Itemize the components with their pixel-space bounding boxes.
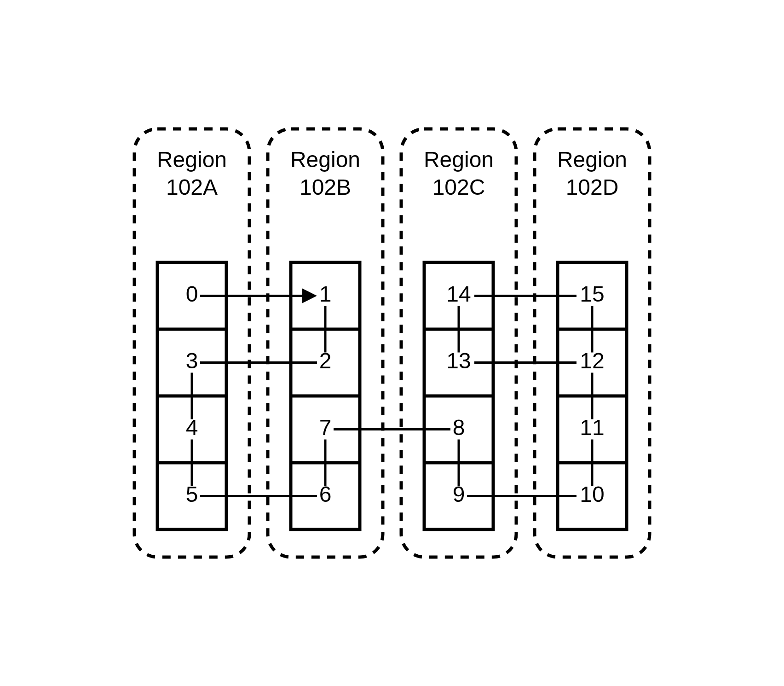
- cell-value-14: 14: [446, 282, 471, 306]
- region-title-2: Region: [424, 147, 494, 172]
- region-title-3: Region: [557, 147, 627, 172]
- region-title-0: Region: [157, 147, 227, 172]
- cell-value-3: 3: [186, 349, 198, 373]
- region-subtitle-2: 102C: [432, 175, 485, 199]
- region-subtitle-0: 102A: [166, 175, 218, 199]
- arrowhead-icon: [302, 289, 317, 303]
- region-subtitle-1: 102B: [300, 175, 351, 199]
- region-title-1: Region: [290, 147, 360, 172]
- cell-value-7: 7: [319, 415, 332, 440]
- region-subtitle-3: 102D: [566, 175, 619, 199]
- cell-value-8: 8: [453, 415, 465, 440]
- cell-value-1: 1: [319, 282, 332, 306]
- cell-value-0: 0: [186, 282, 198, 306]
- cell-value-15: 15: [580, 282, 604, 306]
